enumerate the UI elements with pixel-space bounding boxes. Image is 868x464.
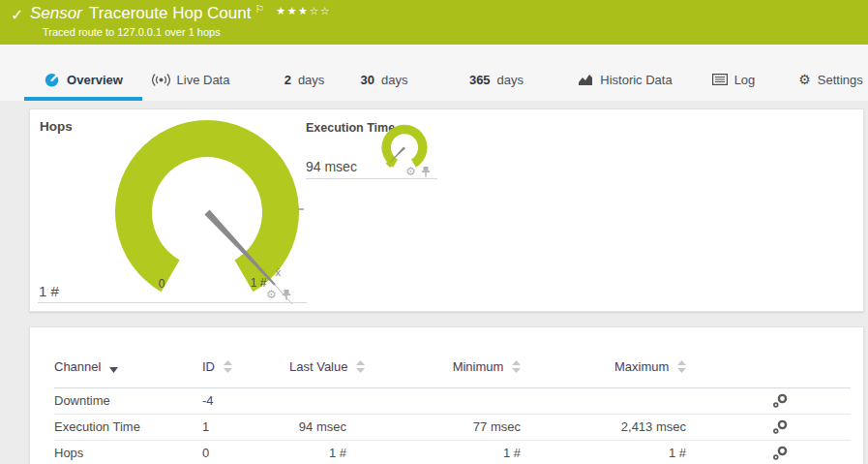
sort-icon <box>677 360 686 373</box>
execution-time-current-value: 94 msec <box>306 159 357 174</box>
channel-minimum: 1 # <box>358 440 532 464</box>
channel-settings-icon[interactable] <box>772 418 789 435</box>
channel-settings-icon[interactable] <box>772 445 789 461</box>
sensor-header: ✓ SensorTraceroute Hop Count⚐★★★☆☆ Trace… <box>0 0 868 45</box>
log-list-icon <box>712 74 728 85</box>
sort-icon <box>356 360 365 373</box>
table-row: Execution Time 1 94 msec 77 msec 2,413 m… <box>54 414 851 440</box>
status-ok-icon: ✓ <box>11 6 23 24</box>
hops-gauge-actions: ⚙ <box>266 289 291 300</box>
tab-30-days[interactable]: 30days <box>345 58 423 101</box>
column-header-actions <box>698 347 851 387</box>
hops-scale-min: 0 <box>152 277 171 291</box>
channel-last-value <box>289 387 358 414</box>
channel-last-value: 94 msec <box>289 414 358 440</box>
sort-desc-icon <box>109 367 118 373</box>
hops-current-value: 1 # <box>39 283 59 299</box>
tab-log-label: Log <box>734 73 756 87</box>
column-header-last-value[interactable]: Last Value <box>289 347 358 387</box>
channel-maximum: 1 # <box>532 440 698 464</box>
channel-maximum: 2,413 msec <box>532 414 698 440</box>
column-header-channel[interactable]: Channel <box>54 347 202 387</box>
tab-2-days[interactable]: 2days <box>268 58 341 101</box>
channel-minimum <box>358 387 532 414</box>
tab-overview-label: Overview <box>67 73 123 87</box>
flag-icon[interactable]: ⚐ <box>254 3 264 15</box>
tab-settings[interactable]: ⚙ Settings <box>793 58 868 101</box>
column-header-maximum[interactable]: Maximum <box>532 347 698 387</box>
live-signal-icon <box>152 73 170 87</box>
pin-icon[interactable] <box>282 289 291 300</box>
hops-gauge-divider <box>38 302 307 303</box>
column-header-id[interactable]: ID <box>202 347 289 387</box>
channel-id: -4 <box>202 387 289 414</box>
channel-gear-icon[interactable]: ⚙ <box>266 289 277 300</box>
tab-log[interactable]: Log <box>703 58 763 101</box>
sensor-subtitle: Traced route to 127.0.0.1 over 1 hops <box>43 26 221 38</box>
tab-365-days[interactable]: 365days <box>452 58 541 101</box>
priority-stars[interactable]: ★★★☆☆ <box>276 5 331 17</box>
tab-historic-label: Historic Data <box>600 73 672 87</box>
channel-maximum <box>532 387 698 414</box>
hops-gauge-title: Hops <box>40 119 73 134</box>
area-chart-icon <box>578 74 593 86</box>
column-header-minimum[interactable]: Minimum <box>358 347 532 387</box>
sort-icon <box>224 360 232 373</box>
channels-table: Channel ID Last Value Minimum Maximum <box>54 347 851 464</box>
channel-id: 1 <box>202 414 289 440</box>
channel-settings-icon[interactable] <box>772 392 789 409</box>
sensor-kind-label: Sensor <box>30 4 82 22</box>
tab-live-data-label: Live Data <box>177 73 230 87</box>
table-header-row: Channel ID Last Value Minimum Maximum <box>54 347 851 387</box>
tab-bar: Overview Live Data 2days 30days 365days … <box>0 45 868 101</box>
table-row: Hops 0 1 # 1 # 1 # <box>54 440 851 464</box>
channels-panel: Channel ID Last Value Minimum Maximum <box>29 326 864 464</box>
pin-icon[interactable] <box>421 166 431 177</box>
gear-icon: ⚙ <box>798 73 811 86</box>
tab-historic-data[interactable]: Historic Data <box>573 58 677 101</box>
page-title: Traceroute Hop Count <box>89 4 252 22</box>
execution-gauge-actions: ⚙ <box>405 166 431 177</box>
tab-live-data[interactable]: Live Data <box>142 58 239 101</box>
table-row: Downtime -4 <box>54 387 851 414</box>
overview-gauges-panel: Hops x̄ 0 1 # 1 # ⚙ Execution Time 94 ms… <box>29 108 864 312</box>
channel-last-value: 1 # <box>289 440 358 464</box>
tab-overview[interactable]: Overview <box>24 58 142 101</box>
channel-gear-icon[interactable]: ⚙ <box>405 166 416 177</box>
execution-gauge-divider <box>306 178 437 179</box>
gauge-icon <box>44 72 60 88</box>
channel-name: Downtime <box>54 387 202 414</box>
tab-settings-label: Settings <box>818 73 863 87</box>
sort-icon <box>512 360 521 373</box>
channel-minimum: 77 msec <box>358 414 532 440</box>
channel-name: Execution Time <box>54 414 202 440</box>
channel-id: 0 <box>202 440 289 464</box>
channel-name: Hops <box>54 440 202 464</box>
